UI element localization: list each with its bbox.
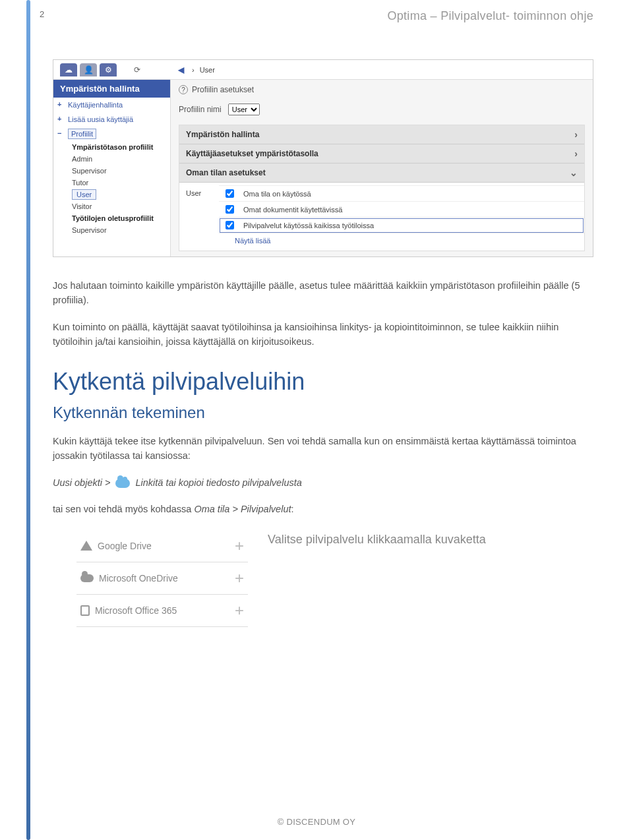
sidebar-group1-title: Ympäristötason profiilit — [53, 141, 170, 153]
sidebar-sub-supervisor[interactable]: Supervisor — [53, 165, 170, 177]
gear-icon[interactable]: ⚙ — [100, 63, 117, 76]
ui-topbar: ☁ 👤 ⚙ ⟳ ◀ › User — [53, 60, 593, 80]
paragraph-2: Kun toiminto on päällä, käyttäjät saavat… — [53, 320, 593, 349]
refresh-icon[interactable]: ⟳ — [129, 64, 146, 76]
cloud-icon — [115, 479, 130, 488]
sidebar-item-lisaa-uusia[interactable]: +Lisää uusia käyttäjiä — [53, 112, 170, 127]
help-icon[interactable]: ? — [179, 85, 188, 94]
cloud-item-onedrive[interactable]: Microsoft OneDrive + — [76, 562, 248, 595]
acc-oman-tilan[interactable]: Oman tilan asetukset⌄ — [179, 164, 584, 183]
chk-row-pilvipalvelut: Pilvipalvelut käytössä kaikissa työtiloi… — [219, 218, 584, 233]
sidebar-title: Ympäristön hallinta — [53, 80, 170, 98]
sidebar-sub-visitor[interactable]: Visitor — [53, 200, 170, 212]
paragraph-3: Kukin käyttäjä tekee itse kytkennän pilv… — [53, 434, 593, 464]
section-h1: Kytkentä pilvipalveluihin — [53, 368, 593, 396]
sidebar-sub-tutor[interactable]: Tutor — [53, 177, 170, 189]
cloud-hint: Valitse pilvipalvelu klikkaamalla kuvake… — [268, 530, 593, 547]
footer: © DISCENDUM OY — [0, 817, 633, 827]
main-panel: ? Profiilin asetukset Profiilin nimi Use… — [171, 80, 593, 256]
plus-icon[interactable]: + — [235, 569, 244, 587]
section-h2: Kytkennän tekeminen — [53, 404, 593, 422]
chk-oma-tila[interactable] — [226, 189, 234, 198]
sidebar-group2-title: Työtilojen oletusprofiilit — [53, 212, 170, 224]
cloud-icon[interactable]: ☁ — [60, 63, 77, 76]
show-more-link[interactable]: Näytä lisää — [179, 233, 584, 248]
profile-name-label: Profiilin nimi — [179, 105, 222, 114]
document-title: Optima – Pilvipalvelut- toiminnon ohje — [387, 9, 593, 23]
user-icon[interactable]: 👤 — [80, 63, 97, 76]
breadcrumb-sep: › — [192, 66, 195, 74]
sidebar-sub-admin[interactable]: Admin — [53, 153, 170, 165]
sidebar-sub-user[interactable]: User — [53, 189, 170, 200]
path-line: Uusi objekti > Linkitä tai kopioi tiedos… — [53, 475, 593, 490]
onedrive-icon — [80, 574, 94, 582]
cloud-services-block: Google Drive + Microsoft OneDrive + Micr… — [53, 530, 593, 627]
sidebar-item-profiilit[interactable]: −Profiilit — [53, 127, 170, 141]
back-icon[interactable]: ◀ — [172, 64, 189, 76]
acc-kayttaja[interactable]: Käyttäjäasetukset ympäristötasolla› — [179, 144, 584, 164]
cloud-item-office365[interactable]: Microsoft Office 365 + — [76, 595, 248, 627]
sidebar-item-kayttajienhallinta[interactable]: +Käyttäjienhallinta — [53, 98, 170, 112]
cloud-item-gdrive[interactable]: Google Drive + — [76, 530, 248, 562]
profile-name-row: Profiilin nimi User — [179, 104, 585, 115]
profile-name-select[interactable]: User — [228, 104, 260, 115]
plus-icon[interactable]: + — [235, 601, 244, 620]
plus-icon[interactable]: + — [235, 537, 244, 555]
gdrive-icon — [80, 541, 92, 551]
acc-ymparisto[interactable]: Ympäristön hallinta› — [179, 125, 584, 144]
ui-screenshot: ☁ 👤 ⚙ ⟳ ◀ › User Ympäristön hallinta +Kä… — [53, 59, 593, 257]
accordion: Ympäristön hallinta› Käyttäjäasetukset y… — [179, 125, 585, 251]
breadcrumb[interactable]: User — [200, 66, 215, 74]
acc-user-label: User — [179, 185, 219, 201]
sidebar: Ympäristön hallinta +Käyttäjienhallinta … — [53, 80, 171, 256]
chk-pilvipalvelut[interactable] — [226, 221, 234, 229]
chk-row-oma-tila: Oma tila on käytössä — [219, 186, 584, 202]
sidebar-sub-supervisor2[interactable]: Supervisor — [53, 224, 170, 236]
office-icon — [80, 605, 90, 616]
chk-omat-dokumentit[interactable] — [226, 205, 234, 214]
chk-row-omat-dokumentit: Omat dokumentit käytettävissä — [219, 202, 584, 218]
left-accent-rule — [26, 0, 30, 840]
page-number: 2 — [40, 9, 44, 19]
profile-settings-row: ? Profiilin asetukset — [179, 85, 585, 94]
paragraph-4: tai sen voi tehdä myös kohdassa Oma tila… — [53, 502, 593, 516]
paragraph-1: Jos halutaan toiminto kaikille ympäristö… — [53, 278, 593, 308]
